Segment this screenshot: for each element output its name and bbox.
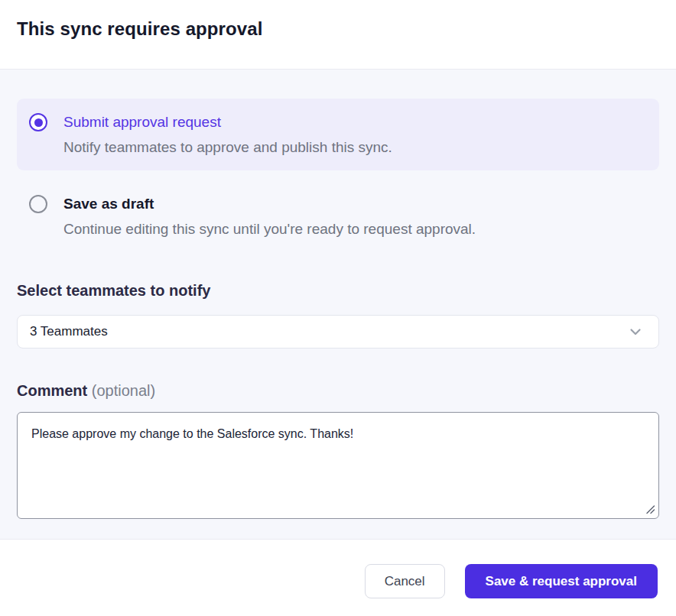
chevron-down-icon bbox=[628, 324, 643, 339]
teammates-select[interactable]: 3 Teammates bbox=[17, 315, 659, 349]
teammates-heading: Select teammates to notify bbox=[17, 282, 659, 300]
comment-heading-label: Comment bbox=[17, 382, 87, 399]
cancel-button[interactable]: Cancel bbox=[365, 564, 445, 598]
comment-heading: Comment (optional) bbox=[17, 382, 659, 400]
radio-dot bbox=[34, 118, 43, 127]
save-request-approval-button[interactable]: Save & request approval bbox=[465, 564, 658, 598]
dialog-footer: Cancel Save & request approval bbox=[0, 540, 676, 616]
dialog-header: This sync requires approval bbox=[0, 0, 676, 70]
option-save-as-draft[interactable]: Save as draft Continue editing this sync… bbox=[17, 193, 659, 239]
option-text-block: Submit approval request Notify teammates… bbox=[63, 112, 392, 157]
dialog-content: Submit approval request Notify teammates… bbox=[0, 70, 676, 540]
comment-optional-label: (optional) bbox=[92, 382, 155, 399]
radio-selected-icon[interactable] bbox=[29, 113, 47, 131]
option-description: Continue editing this sync until you're … bbox=[63, 219, 476, 239]
dialog-title: This sync requires approval bbox=[17, 18, 659, 40]
comment-textarea[interactable]: Please approve my change to the Salesfor… bbox=[17, 412, 659, 519]
option-label: Submit approval request bbox=[63, 112, 392, 132]
teammates-select-value: 3 Teammates bbox=[30, 324, 108, 339]
radio-unselected-icon[interactable] bbox=[29, 195, 47, 213]
option-submit-approval-request[interactable]: Submit approval request Notify teammates… bbox=[17, 99, 659, 170]
comment-field-wrap: Please approve my change to the Salesfor… bbox=[17, 412, 659, 519]
approval-dialog: This sync requires approval Submit appro… bbox=[0, 0, 676, 616]
option-label: Save as draft bbox=[63, 193, 476, 214]
option-description: Notify teammates to approve and publish … bbox=[63, 138, 392, 157]
option-text-block: Save as draft Continue editing this sync… bbox=[63, 193, 476, 239]
